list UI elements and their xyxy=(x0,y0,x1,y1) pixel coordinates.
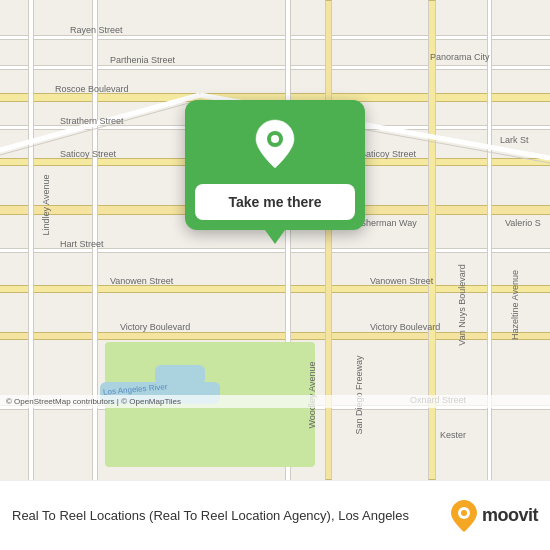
moovit-logo: moovit xyxy=(450,499,538,533)
take-me-there-button[interactable]: Take me there xyxy=(195,184,355,220)
label-saticoy-left: Saticoy Street xyxy=(60,149,116,159)
label-victory-left: Victory Boulevard xyxy=(120,322,190,332)
label-saticoy-right: Saticoy Street xyxy=(360,149,416,159)
popup-icon-area xyxy=(185,100,365,184)
label-roscoe: Roscoe Boulevard xyxy=(55,84,129,94)
location-title: Real To Reel Locations (Real To Reel Loc… xyxy=(12,508,409,523)
label-sherman-right: Sherman Way xyxy=(360,218,417,228)
label-valerio: Valerio S xyxy=(505,218,541,228)
label-strathern: Strathern Street xyxy=(60,116,124,126)
footer-text: Real To Reel Locations (Real To Reel Loc… xyxy=(12,506,440,525)
popup-tail xyxy=(265,230,285,244)
svg-point-5 xyxy=(271,135,279,143)
label-van-nuys: Van Nuys Boulevard xyxy=(457,264,467,345)
svg-point-7 xyxy=(461,510,467,516)
label-kester: Kester xyxy=(440,430,466,440)
label-lindley: Lindley Avenue xyxy=(41,175,51,236)
label-rayen: Rayen Street xyxy=(70,25,123,35)
moovit-pin-icon xyxy=(450,499,478,533)
label-parthenia: Parthenia Street xyxy=(110,55,175,65)
label-hart: Hart Street xyxy=(60,239,104,249)
moovit-label: moovit xyxy=(482,505,538,526)
label-vanowen-right: Vanowen Street xyxy=(370,276,433,286)
label-hazeltine: Hazeltine Avenue xyxy=(510,270,520,340)
map-view[interactable]: Rayen Street Parthenia Street Roscoe Bou… xyxy=(0,0,550,480)
label-vanowen-left: Vanowen Street xyxy=(110,276,173,286)
label-panorama: Panorama City xyxy=(430,52,490,62)
map-attribution: © OpenStreetMap contributors | © OpenMap… xyxy=(0,395,550,408)
location-popup: Take me there xyxy=(185,100,365,230)
label-lark: Lark St xyxy=(500,135,529,145)
location-pin-icon xyxy=(253,118,297,170)
footer-bar: Real To Reel Locations (Real To Reel Loc… xyxy=(0,480,550,550)
label-victory-right: Victory Boulevard xyxy=(370,322,440,332)
svg-line-1 xyxy=(0,100,200,155)
